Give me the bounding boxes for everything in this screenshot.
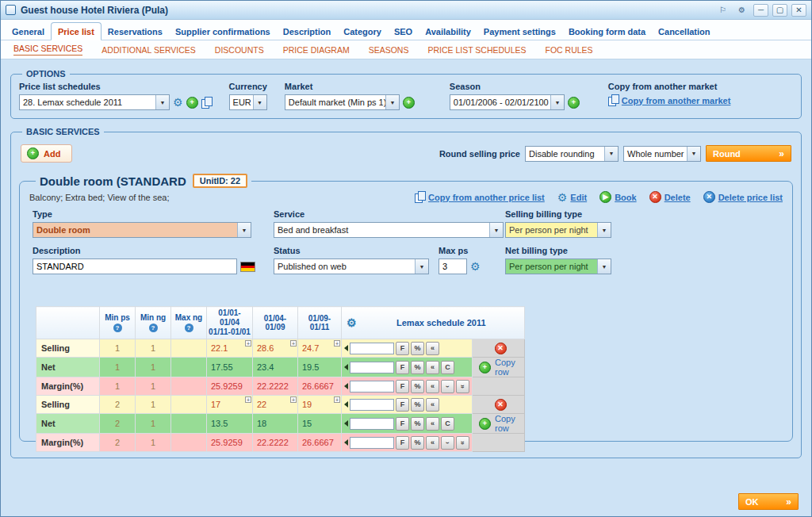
tab-availability[interactable]: Availability (419, 23, 477, 40)
tab-seo[interactable]: SEO (388, 23, 419, 40)
add-button[interactable]: + Add (21, 144, 72, 163)
min-ps-cell[interactable]: 1 (100, 339, 136, 358)
min-ps-cell[interactable]: 2 (100, 414, 136, 434)
calc-button[interactable]: C (441, 361, 454, 374)
apply-all-button[interactable]: « (426, 436, 439, 450)
maximize-button[interactable]: ▢ (772, 4, 787, 17)
settings-icon[interactable]: ⚙ (734, 4, 749, 17)
apply-all-button[interactable]: « (426, 380, 439, 393)
chevron-down-icon[interactable]: ▼ (155, 95, 169, 109)
subtab-basic-services[interactable]: BASIC SERVICES (13, 44, 82, 56)
price-cell[interactable]: 25.9259 (207, 434, 253, 452)
min-ng-cell[interactable]: 1 (136, 414, 171, 434)
tab-booking-form-data[interactable]: Booking form data (562, 23, 652, 40)
min-ng-cell[interactable]: 1 (136, 377, 171, 396)
expand-icon[interactable]: + (290, 396, 297, 403)
help-icon[interactable]: ? (113, 324, 122, 332)
tab-category[interactable]: Category (337, 23, 388, 40)
percent-button[interactable]: % (411, 398, 424, 412)
percent-button[interactable]: % (411, 417, 424, 431)
minimize-button[interactable]: ─ (753, 4, 768, 17)
max-ng-cell[interactable] (171, 358, 207, 377)
max-ng-cell[interactable] (171, 434, 207, 452)
min-ng-cell[interactable]: 1 (136, 434, 171, 452)
schedule-price-input[interactable] (350, 399, 394, 411)
add-season-icon[interactable]: + (568, 97, 580, 109)
tab-price-list[interactable]: Price list (51, 22, 102, 40)
tab-payment-settings[interactable]: Payment settings (477, 23, 562, 40)
min-ps-cell[interactable]: 1 (100, 377, 136, 396)
price-cell[interactable]: 17+ (207, 396, 253, 414)
fixed-button[interactable]: F (396, 342, 409, 355)
description-input[interactable] (33, 258, 237, 274)
expand-icon[interactable]: + (290, 340, 297, 347)
max-ng-cell[interactable] (171, 396, 207, 414)
price-cell[interactable]: 22+ (253, 396, 298, 414)
chevron-down-icon[interactable]: ▼ (415, 259, 428, 274)
close-button[interactable]: ✕ (791, 4, 806, 17)
subtab-seasons[interactable]: SEASONS (369, 45, 409, 55)
min-ng-cell[interactable]: 1 (136, 339, 171, 358)
round-mode-select[interactable]: Disable rounding ▼ (525, 146, 619, 162)
type-select[interactable]: Double room ▼ (33, 222, 251, 238)
delete-row-icon[interactable]: ✕ (495, 343, 507, 354)
schedule-price-input[interactable] (350, 343, 394, 354)
delete-row-icon[interactable]: ✕ (495, 399, 507, 411)
schedule-settings-icon[interactable]: ⚙ (173, 97, 183, 108)
chevron-down-icon[interactable]: ▼ (253, 95, 266, 109)
price-cell[interactable]: 26.6667 (298, 434, 342, 452)
max-ng-cell[interactable] (171, 339, 207, 358)
selling-billing-type-select[interactable]: Per person per night ▼ (505, 222, 611, 238)
chevron-down-button[interactable]: ‹ (441, 380, 454, 393)
ok-button[interactable]: OK » (738, 493, 799, 510)
chevron-down-icon[interactable]: ▼ (237, 223, 251, 237)
price-cell[interactable]: 22.2222 (253, 377, 298, 396)
chevron-down-icon[interactable]: ▼ (550, 95, 564, 109)
round-button[interactable]: Round » (706, 145, 791, 162)
german-flag-icon[interactable] (240, 262, 255, 272)
schedule-gear-icon[interactable]: ⚙ (347, 317, 357, 328)
percent-button[interactable]: % (411, 342, 424, 355)
min-ng-cell[interactable]: 1 (136, 358, 171, 377)
price-cell[interactable]: 22.1+ (207, 339, 253, 358)
pin-icon[interactable]: ⚐ (715, 4, 730, 17)
max-ng-cell[interactable] (171, 377, 207, 396)
add-market-icon[interactable]: + (403, 97, 415, 109)
market-select[interactable]: Default market (Min ps 1) ▼ (285, 94, 400, 110)
price-cell[interactable]: 22.2222 (253, 434, 298, 452)
chevron-down-icon[interactable]: ▼ (489, 223, 503, 237)
price-cell[interactable]: 28.6+ (253, 339, 298, 358)
apply-all-button[interactable]: « (426, 361, 439, 374)
price-cell[interactable]: 17.55 (207, 358, 253, 377)
max-ps-input[interactable] (439, 258, 467, 274)
fixed-button[interactable]: F (396, 398, 409, 412)
price-cell[interactable]: 24.7+ (298, 339, 342, 358)
min-ps-cell[interactable]: 2 (100, 434, 136, 452)
round-precision-select[interactable]: Whole number ▼ (623, 146, 701, 162)
subtab-price-list-schedules[interactable]: PRICE LIST SCHEDULES (427, 45, 526, 55)
copy-row-icon[interactable]: + (479, 362, 491, 373)
tab-reservations[interactable]: Reservations (102, 23, 169, 40)
double-chevron-down-button[interactable]: « (456, 436, 469, 450)
expand-icon[interactable]: + (334, 396, 340, 403)
price-cell[interactable]: 19.5 (298, 358, 342, 377)
price-cell[interactable]: 13.5 (207, 414, 253, 434)
copy-row-icon[interactable]: + (479, 418, 491, 430)
tab-cancellation[interactable]: Cancellation (652, 23, 716, 40)
net-billing-type-select[interactable]: Per person per night ▼ (505, 258, 611, 274)
service-select[interactable]: Bed and breakfast ▼ (274, 222, 504, 238)
percent-button[interactable]: % (411, 380, 424, 393)
subtab-additional-services[interactable]: ADDITIONAL SERVICES (102, 45, 195, 55)
min-ps-cell[interactable]: 1 (100, 358, 136, 377)
delete-price-list-link[interactable]: ✕ Delete price list (703, 191, 783, 203)
chevron-down-icon[interactable]: ▼ (604, 147, 618, 161)
tab-description[interactable]: Description (277, 23, 338, 40)
copy-row-link[interactable]: Copy row (495, 358, 522, 377)
fixed-button[interactable]: F (396, 417, 409, 431)
schedule-price-input[interactable] (350, 437, 394, 449)
double-chevron-down-button[interactable]: « (456, 380, 469, 393)
copy-from-price-list-link[interactable]: Copy from another price list (415, 191, 545, 203)
price-cell[interactable]: 19+ (298, 396, 342, 414)
subtab-price-diagram[interactable]: PRICE DIAGRAM (283, 45, 350, 55)
fixed-button[interactable]: F (396, 361, 409, 374)
